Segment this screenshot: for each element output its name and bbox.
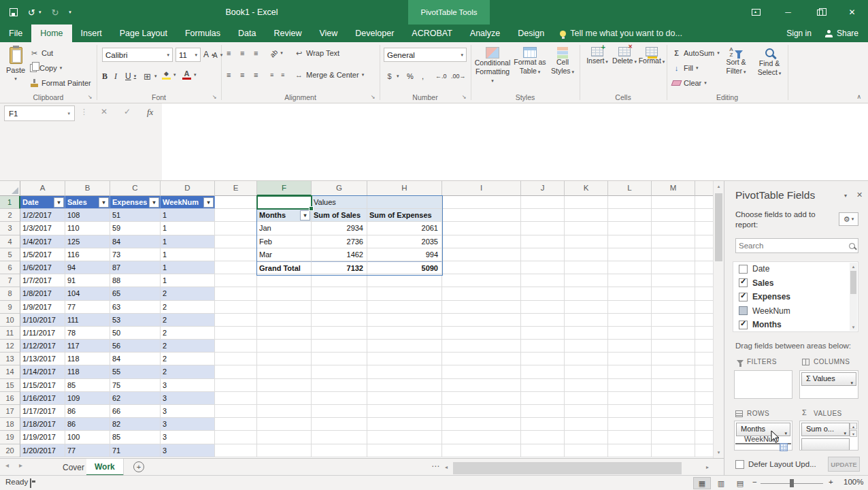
cell-C14[interactable]: 55 bbox=[110, 365, 161, 378]
cell-B11[interactable]: 78 bbox=[65, 327, 110, 340]
tab-formulas[interactable]: Formulas bbox=[176, 24, 229, 42]
cell-C13[interactable]: 84 bbox=[110, 353, 161, 365]
field-item-weeknum[interactable]: WeekNum bbox=[733, 304, 858, 318]
close-button[interactable]: ✕ bbox=[836, 0, 868, 24]
cell-L10[interactable] bbox=[608, 314, 652, 327]
horizontal-scroll-thumb[interactable] bbox=[453, 462, 682, 474]
decrease-decimal-button[interactable]: .00→ bbox=[451, 69, 466, 83]
borders-button[interactable]: ⊞▾ bbox=[143, 69, 157, 83]
row-header-12[interactable]: 12 bbox=[0, 340, 20, 353]
cell-L5[interactable] bbox=[608, 248, 652, 261]
cell-M19[interactable] bbox=[652, 431, 695, 444]
row-header-17[interactable]: 17 bbox=[0, 405, 20, 418]
cell-B6[interactable]: 94 bbox=[65, 261, 110, 274]
filters-area[interactable] bbox=[734, 370, 792, 399]
scroll-down-button[interactable]: ▾ bbox=[714, 447, 724, 458]
cell-M3[interactable] bbox=[652, 222, 695, 235]
cell-H3[interactable]: 2061 bbox=[367, 222, 442, 235]
cell-D10[interactable]: 2 bbox=[161, 314, 215, 327]
column-header-F[interactable]: F bbox=[257, 181, 312, 196]
field-settings-button[interactable]: ⚙▾ bbox=[839, 212, 858, 226]
cell-F3[interactable]: Jan bbox=[257, 222, 312, 235]
row-header-6[interactable]: 6 bbox=[0, 261, 20, 274]
cell-L7[interactable] bbox=[608, 274, 652, 287]
cell-F11[interactable] bbox=[257, 327, 312, 340]
cell-F19[interactable] bbox=[257, 431, 312, 444]
row-header-10[interactable]: 10 bbox=[0, 314, 20, 327]
cell-K8[interactable] bbox=[565, 287, 608, 300]
cell-E16[interactable] bbox=[215, 392, 257, 405]
search-input[interactable] bbox=[739, 242, 849, 250]
decrease-font-size-button[interactable]: A▾ bbox=[213, 48, 222, 62]
tell-me-box[interactable]: Tell me what you want to do... bbox=[560, 24, 682, 42]
conditional-formatting-button[interactable]: ConditionalFormatting bbox=[475, 45, 510, 85]
row-header-5[interactable]: 5 bbox=[0, 248, 20, 261]
delete-cells-button[interactable]: Delete bbox=[611, 45, 638, 66]
cell-styles-button[interactable]: CellStyles bbox=[548, 45, 577, 76]
column-header-E[interactable]: E bbox=[215, 181, 257, 196]
cell-E8[interactable] bbox=[215, 287, 257, 300]
minimize-button[interactable]: ─ bbox=[772, 0, 804, 24]
cell-A18[interactable]: 1/18/2017 bbox=[20, 418, 65, 431]
cell-F2[interactable]: Months bbox=[257, 209, 312, 222]
cell-K16[interactable] bbox=[565, 392, 608, 405]
cell-E13[interactable] bbox=[215, 353, 257, 365]
cell-B4[interactable]: 125 bbox=[65, 235, 110, 248]
cell-H11[interactable] bbox=[367, 327, 442, 340]
cell-M6[interactable] bbox=[652, 261, 695, 274]
sum-values-chip[interactable]: Sum o... bbox=[801, 423, 850, 436]
cell-M15[interactable] bbox=[652, 379, 695, 392]
cell-F6[interactable]: Grand Total bbox=[257, 261, 312, 274]
cell-D16[interactable]: 3 bbox=[161, 392, 215, 405]
column-header-C[interactable]: C bbox=[110, 181, 161, 196]
cell-I5[interactable] bbox=[442, 248, 521, 261]
vertical-scrollbar[interactable]: ▴ ▾ bbox=[713, 181, 724, 458]
field-list-scroll-down[interactable]: ▾ bbox=[850, 323, 857, 331]
cell-D1[interactable]: WeekNum bbox=[161, 196, 215, 209]
cell-L3[interactable] bbox=[608, 222, 652, 235]
cell-M11[interactable] bbox=[652, 327, 695, 340]
alignment-dialog-launcher[interactable]: ↘ bbox=[369, 94, 377, 100]
cell-B14[interactable]: 118 bbox=[65, 365, 110, 378]
cell-L20[interactable] bbox=[608, 444, 652, 457]
cell-F4[interactable]: Feb bbox=[257, 235, 312, 248]
font-color-button[interactable]: A▾ bbox=[182, 68, 197, 82]
cell-M10[interactable] bbox=[652, 314, 695, 327]
cell-M20[interactable] bbox=[652, 444, 695, 457]
cell-C7[interactable]: 88 bbox=[110, 274, 161, 287]
cell-A10[interactable]: 1/10/2017 bbox=[20, 314, 65, 327]
row-header-2[interactable]: 2 bbox=[0, 209, 20, 222]
cell-C5[interactable]: 73 bbox=[110, 248, 161, 261]
cell-C20[interactable]: 71 bbox=[110, 444, 161, 457]
cell-K18[interactable] bbox=[565, 418, 608, 431]
cell-E2[interactable] bbox=[215, 209, 257, 222]
cell-A1[interactable]: Date bbox=[20, 196, 65, 209]
cell-G11[interactable] bbox=[312, 327, 367, 340]
cell-K11[interactable] bbox=[565, 327, 608, 340]
cell-J8[interactable] bbox=[521, 287, 565, 300]
cell-B16[interactable]: 109 bbox=[65, 392, 110, 405]
cell-C6[interactable]: 87 bbox=[110, 261, 161, 274]
cell-M13[interactable] bbox=[652, 353, 695, 365]
cell-H17[interactable] bbox=[367, 405, 442, 418]
cell-C3[interactable]: 59 bbox=[110, 222, 161, 235]
cell-F13[interactable] bbox=[257, 353, 312, 365]
cell-B1[interactable]: Sales bbox=[65, 196, 110, 209]
cell-D2[interactable]: 1 bbox=[161, 209, 215, 222]
tab-developer[interactable]: Developer bbox=[346, 24, 403, 42]
format-cells-button[interactable]: Format bbox=[638, 45, 665, 66]
sheet-tab-work[interactable]: Work bbox=[86, 459, 124, 476]
defer-layout-checkbox[interactable] bbox=[735, 460, 744, 469]
sign-in-link[interactable]: Sign in bbox=[786, 29, 812, 38]
zoom-out-button[interactable]: − bbox=[752, 478, 757, 486]
format-as-table-button[interactable]: Format asTable bbox=[513, 45, 547, 76]
cell-H16[interactable] bbox=[367, 392, 442, 405]
cell-L1[interactable] bbox=[608, 196, 652, 209]
cell-J14[interactable] bbox=[521, 365, 565, 378]
cell-K2[interactable] bbox=[565, 209, 608, 222]
cell-D19[interactable]: 3 bbox=[161, 431, 215, 444]
cell-H1[interactable] bbox=[367, 196, 442, 209]
field-list-scroll-thumb[interactable] bbox=[850, 271, 856, 294]
percent-style-button[interactable]: % bbox=[407, 69, 414, 83]
cell-H20[interactable] bbox=[367, 444, 442, 457]
